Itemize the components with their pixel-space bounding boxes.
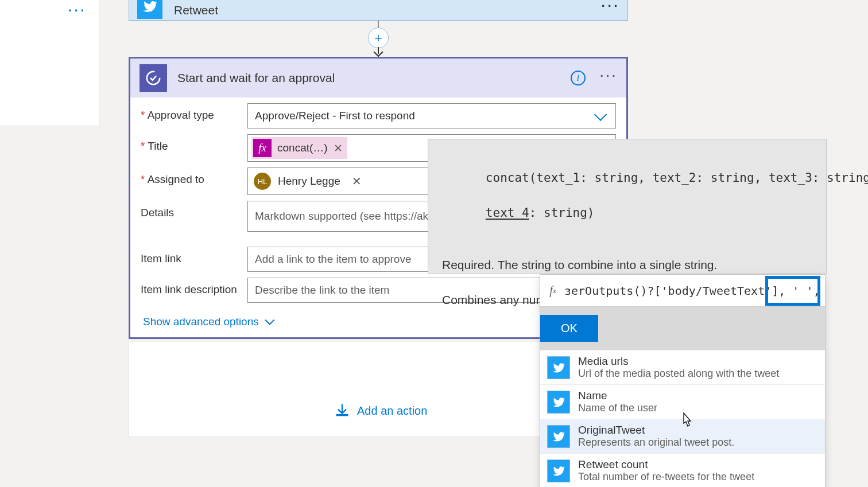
hint-required: Required. The string to combine into a s… bbox=[442, 256, 812, 274]
expression-tooltip: concat(text_1: string, text_2: string, t… bbox=[428, 139, 827, 274]
avatar: HL bbox=[254, 173, 271, 190]
list-item[interactable]: OriginalTweetRepresents an original twee… bbox=[540, 419, 825, 453]
item-link-placeholder: Add a link to the item to approve bbox=[255, 253, 412, 266]
approval-type-label: Approval type bbox=[141, 103, 247, 122]
svg-rect-3 bbox=[336, 414, 348, 416]
remove-token-icon[interactable]: ✕ bbox=[334, 142, 343, 155]
expression-input[interactable] bbox=[561, 284, 823, 298]
twitter-icon bbox=[137, 0, 162, 19]
add-action-label: Add an action bbox=[357, 404, 427, 418]
expression-panel: fx OK Media urlsUrl of the media posted … bbox=[540, 274, 826, 487]
more-icon[interactable]: ··· bbox=[67, 0, 86, 20]
approval-icon bbox=[140, 64, 167, 92]
fx-icon: fx bbox=[545, 283, 561, 299]
details-label: Details bbox=[141, 201, 247, 219]
add-action-button[interactable]: Add an action bbox=[334, 403, 427, 419]
token-label: concat(…) bbox=[277, 142, 328, 154]
list-item[interactable]: NameName of the user bbox=[540, 384, 825, 419]
retweet-action-card[interactable]: Retweet ··· bbox=[129, 0, 628, 21]
add-step-button[interactable]: ＋ bbox=[368, 28, 389, 48]
expression-ok-row: OK bbox=[540, 307, 825, 350]
fx-icon: fx bbox=[253, 139, 272, 157]
assigned-label: Assigned to bbox=[141, 167, 247, 186]
approval-type-select[interactable]: Approve/Reject - First to respond bbox=[247, 103, 616, 128]
approval-header[interactable]: Start and wait for an approval i ··· bbox=[130, 59, 626, 98]
item-link-desc-placeholder: Describe the link to the item bbox=[255, 284, 389, 297]
ok-button[interactable]: OK bbox=[540, 315, 598, 342]
svg-point-2 bbox=[147, 72, 160, 85]
details-placeholder: Markdown supported (see https://aka. bbox=[255, 210, 437, 223]
sig-post: : string) bbox=[529, 206, 595, 220]
expression-input-row: fx bbox=[540, 275, 825, 307]
info-icon[interactable]: i bbox=[571, 71, 586, 85]
retweet-title: Retweet bbox=[174, 3, 600, 17]
approval-more-icon[interactable]: ··· bbox=[599, 65, 617, 84]
person-token[interactable]: HL Henry Legge ✕ bbox=[251, 172, 364, 191]
approval-type-value: Approve/Reject - First to respond bbox=[255, 110, 415, 122]
person-name: Henry Legge bbox=[278, 175, 340, 188]
approval-title: Start and wait for an approval bbox=[177, 71, 571, 85]
dynamic-content-list: Media urlsUrl of the media posted along … bbox=[540, 350, 825, 487]
left-partial-card: ··· bbox=[0, 0, 99, 126]
item-link-desc-label: Item link description bbox=[141, 278, 247, 296]
concat-expression-token[interactable]: fx concat(…) ✕ bbox=[251, 137, 347, 159]
remove-person-icon[interactable]: ✕ bbox=[352, 174, 362, 188]
retweet-more-icon[interactable]: ··· bbox=[600, 0, 619, 15]
sig-current: text_4 bbox=[486, 206, 529, 220]
twitter-icon bbox=[547, 356, 570, 379]
twitter-icon bbox=[547, 425, 570, 448]
add-action-icon bbox=[334, 403, 350, 419]
twitter-icon bbox=[547, 391, 570, 414]
title-label: Title bbox=[141, 134, 247, 153]
sig-pre: concat(text_1: string, text_2: string, t… bbox=[486, 171, 868, 185]
item-link-label: Item link bbox=[141, 247, 247, 265]
list-item[interactable]: Retweet countTotal number of re-tweets f… bbox=[540, 453, 825, 487]
list-item[interactable]: Media urlsUrl of the media posted along … bbox=[540, 350, 825, 384]
twitter-icon bbox=[547, 459, 570, 482]
